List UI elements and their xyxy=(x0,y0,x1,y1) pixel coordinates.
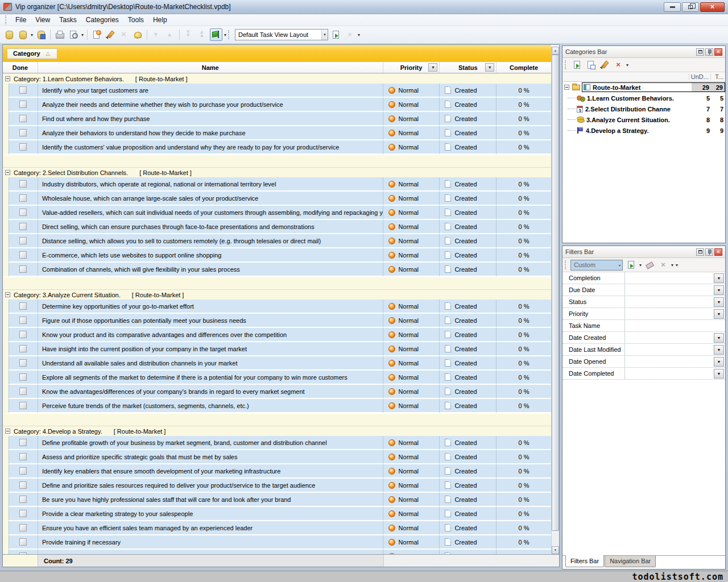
filter-value[interactable] xyxy=(625,272,714,284)
filter-value[interactable] xyxy=(625,356,714,367)
group-by-category-button[interactable]: Category △ xyxy=(7,48,57,59)
task-row[interactable]: Provide a clear marketing strategy to yo… xyxy=(3,507,551,521)
categories-pin-button[interactable] xyxy=(705,48,713,56)
vertical-scrollbar[interactable]: ▲ ▼ xyxy=(551,47,559,554)
minimize-button[interactable] xyxy=(664,2,681,12)
tree-root-selection[interactable]: Route-to-Market 29 29 xyxy=(582,82,725,92)
task-row[interactable]: Assess and prioritize specific strategic… xyxy=(3,450,551,464)
categories-maximize-button[interactable] xyxy=(696,48,704,56)
filter-row[interactable]: Date Completed▼ xyxy=(562,368,725,380)
category-header-row[interactable]: Category: 3.Analyze Current Situation.[ … xyxy=(3,289,551,300)
filter-value[interactable] xyxy=(625,308,714,319)
layout-combo[interactable]: Default Task View Layout ▾ xyxy=(235,29,328,40)
task-row[interactable]: Value-added resellers, which can suit in… xyxy=(3,206,551,220)
task-checkbox[interactable] xyxy=(19,496,27,503)
task-checkbox[interactable] xyxy=(19,345,27,352)
task-row[interactable]: Ensure you have an efficient sales team … xyxy=(3,521,551,535)
filter-row[interactable]: Due Date▼ xyxy=(562,284,725,296)
toolbar-overflow-icon[interactable]: ▾ xyxy=(358,32,360,38)
task-checkbox[interactable] xyxy=(19,129,27,136)
task-checkbox[interactable] xyxy=(19,86,27,94)
filter-dropdown-button[interactable]: ▼ xyxy=(714,273,724,283)
task-view-flag-button[interactable] xyxy=(210,28,222,41)
filter-dropdown-button[interactable]: ▼ xyxy=(714,285,724,295)
column-header-name[interactable]: Name xyxy=(38,62,383,73)
filters-maximize-button[interactable] xyxy=(696,248,704,256)
categories-close-button[interactable]: × xyxy=(714,48,722,56)
task-checkbox[interactable] xyxy=(19,402,27,409)
task-checkbox[interactable] xyxy=(19,265,27,273)
tab-filters-bar[interactable]: Filters Bar xyxy=(565,555,604,567)
tree-item[interactable]: 4.Develop a Strategy.99 xyxy=(562,125,725,136)
task-row[interactable]: Understand all available sales and distr… xyxy=(3,356,551,371)
task-checkbox[interactable] xyxy=(19,331,27,338)
filter-dropdown-button[interactable]: ▼ xyxy=(714,333,724,343)
tree-item[interactable]: 1.Learn Customer Behaviors.55 xyxy=(562,93,725,103)
add-category-button[interactable] xyxy=(571,59,584,71)
dropdown-arrow-icon[interactable]: ▾ xyxy=(81,32,84,38)
tree-item[interactable]: 3.Analyze Current Situation.88 xyxy=(562,114,725,125)
task-row[interactable]: Analyze their behaviors to understand ho… xyxy=(3,126,551,140)
task-checkbox[interactable] xyxy=(19,101,27,108)
clear-filter-button[interactable] xyxy=(643,259,656,271)
status-filter-dropdown[interactable]: ▼ xyxy=(485,63,494,72)
apply-filter-button[interactable] xyxy=(625,259,638,271)
task-checkbox[interactable] xyxy=(19,538,27,546)
task-row[interactable]: Wholesale house, which can arrange large… xyxy=(3,192,551,206)
apply-layout-button[interactable] xyxy=(330,28,342,41)
task-row[interactable]: Industry distributors, which operate at … xyxy=(3,177,551,192)
menu-categories[interactable]: Categories xyxy=(81,15,123,25)
filter-dropdown-button[interactable]: ▼ xyxy=(714,345,724,355)
task-checkbox[interactable] xyxy=(19,180,27,188)
menu-tasks[interactable]: Tasks xyxy=(55,15,81,25)
filters-overflow-icon[interactable]: ▾ xyxy=(676,263,678,268)
add-subcategory-button[interactable] xyxy=(585,59,597,71)
restore-button[interactable] xyxy=(682,2,699,12)
notes-button[interactable] xyxy=(131,28,144,41)
task-row[interactable]: Figure out if those opportunities can po… xyxy=(3,314,551,328)
dropdown-arrow-icon[interactable]: ▾ xyxy=(224,32,226,38)
task-checkbox[interactable] xyxy=(19,143,27,151)
filter-row[interactable]: Date Last Modified▼ xyxy=(562,344,725,356)
task-row[interactable]: Know the advantages/differences of your … xyxy=(3,385,551,399)
task-checkbox[interactable] xyxy=(19,524,27,531)
category-header-row[interactable]: Category: 2.Select Distribution Channels… xyxy=(3,167,551,177)
edit-task-button[interactable] xyxy=(104,28,117,41)
filter-value[interactable] xyxy=(625,284,714,296)
filter-row[interactable]: Completion▼ xyxy=(562,272,725,284)
new-task-button[interactable] xyxy=(90,28,103,41)
filter-value[interactable] xyxy=(625,332,714,343)
delete-category-button[interactable]: × xyxy=(612,59,624,71)
tree-header-total[interactable]: T... xyxy=(710,73,725,80)
close-button[interactable]: × xyxy=(700,2,725,12)
column-header-status[interactable]: Status ▼ xyxy=(440,62,497,73)
filter-preset-combo[interactable]: Custom ▾ xyxy=(570,260,623,271)
task-row[interactable]: Find out where and how they purchaseNorm… xyxy=(3,112,551,126)
filter-dropdown-button[interactable]: ▼ xyxy=(714,369,724,379)
tree-item[interactable]: 2.Select Distribution Channe77 xyxy=(562,103,725,114)
dropdown-arrow-icon[interactable]: ▾ xyxy=(671,263,673,268)
dropdown-arrow-icon[interactable]: ▾ xyxy=(626,63,628,68)
column-header-complete[interactable]: Complete xyxy=(497,62,551,73)
task-checkbox[interactable] xyxy=(19,194,27,202)
task-checkbox[interactable] xyxy=(19,453,27,460)
combo-dropdown-icon[interactable]: ▾ xyxy=(321,30,328,40)
task-checkbox[interactable] xyxy=(19,439,27,446)
filter-row[interactable]: Date Opened▼ xyxy=(562,356,725,368)
column-header-done[interactable]: Done xyxy=(3,62,38,73)
task-row[interactable]: Perceive future trends of the market (cu… xyxy=(3,399,551,413)
task-checkbox[interactable] xyxy=(19,223,27,230)
priority-filter-dropdown[interactable]: ▼ xyxy=(428,63,437,72)
task-checkbox[interactable] xyxy=(19,481,27,489)
task-row[interactable]: Explore all segments of the market to de… xyxy=(3,371,551,385)
menu-tools[interactable]: Tools xyxy=(123,15,148,25)
filter-combo-dropdown-icon[interactable]: ▾ xyxy=(617,260,622,270)
task-row[interactable]: Direct selling, which can ensure purchas… xyxy=(3,220,551,234)
print-button[interactable] xyxy=(53,28,66,41)
task-row[interactable]: Determine key opportunities of your go-t… xyxy=(3,300,551,314)
category-header-row[interactable]: Category: 4.Develop a Strategy.[ Route-t… xyxy=(3,426,551,436)
task-checkbox[interactable] xyxy=(19,373,27,381)
task-row[interactable]: Provide training if necessaryNormalCreat… xyxy=(3,535,551,550)
task-row[interactable]: Distance selling, which allows you to se… xyxy=(3,234,551,248)
task-row[interactable]: Set up performance metrics that will be … xyxy=(3,550,551,554)
